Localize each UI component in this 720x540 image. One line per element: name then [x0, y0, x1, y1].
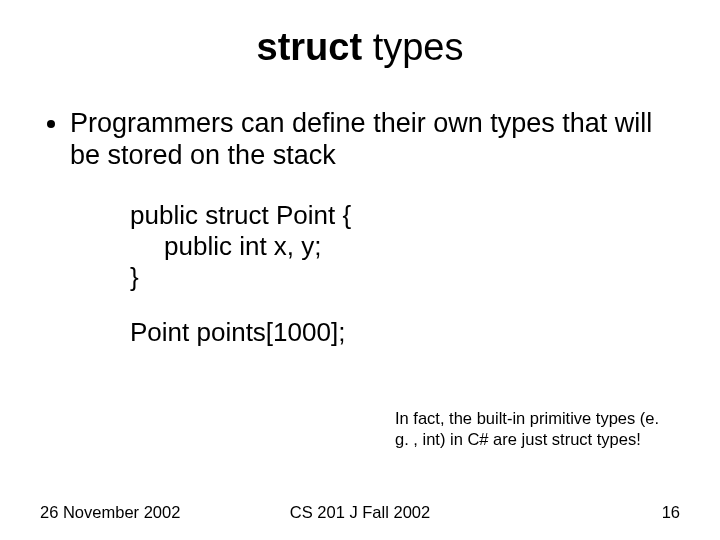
code-line: public struct Point {: [130, 200, 680, 231]
code-block: public struct Point { public int x, y; }…: [130, 200, 680, 349]
footer: 26 November 2002 CS 201 J Fall 2002 16: [0, 503, 720, 522]
code-line: Point points[1000];: [130, 317, 680, 348]
code-line: }: [130, 262, 680, 293]
code-line: public int x, y;: [130, 231, 680, 262]
title-rest: types: [362, 26, 463, 68]
bullet-item: Programmers can define their own types t…: [70, 107, 680, 172]
slide: struct types Programmers can define thei…: [0, 0, 720, 540]
slide-title: struct types: [40, 26, 680, 69]
bullet-list: Programmers can define their own types t…: [40, 107, 680, 172]
title-bold: struct: [257, 26, 363, 68]
footnote: In fact, the built-in primitive types (e…: [395, 408, 675, 449]
footer-course: CS 201 J Fall 2002: [0, 503, 720, 522]
